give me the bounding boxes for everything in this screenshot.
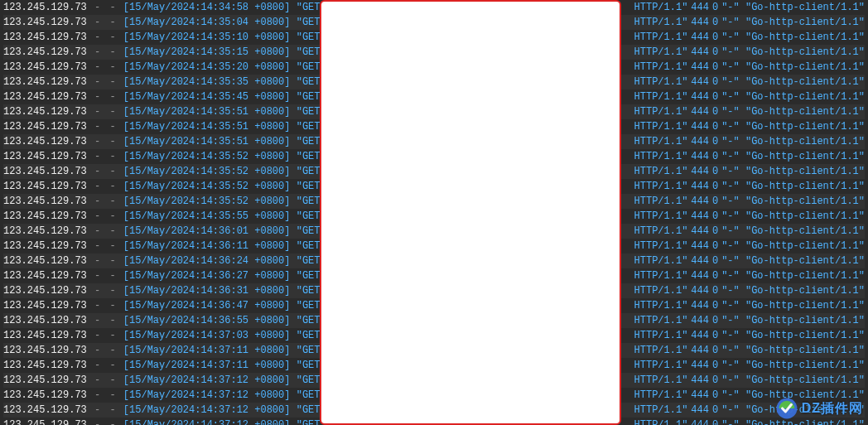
- user-agent: "Go-http-client/1.1": [745, 181, 865, 192]
- referer: "-": [721, 121, 740, 133]
- status-code: 444: [691, 419, 709, 425]
- status-code: 444: [691, 374, 709, 386]
- protocol: HTTP/1.1": [634, 91, 688, 103]
- user-agent: "Go-http-client/1.1": [745, 300, 865, 312]
- log-right: HTTP/1.1"4440"-" "Go-http-client/1.1": [634, 15, 865, 30]
- timestamp: [15/May/2024:14:34:58 +0800]: [123, 2, 291, 13]
- client-ip: 123.245.129.73: [3, 61, 87, 73]
- log-right: HTTP/1.1"4440"-" "Go-http-client/1.1": [634, 30, 865, 45]
- protocol: HTTP/1.1": [634, 106, 688, 118]
- referer: "-": [721, 46, 740, 58]
- user-agent: "Go-http-client/1.1": [745, 270, 865, 282]
- client-ip: 123.245.129.73: [3, 374, 87, 386]
- client-ip: 123.245.129.73: [3, 136, 87, 147]
- log-right: HTTP/1.1"4440"-" "Go-http-client/1.1": [634, 298, 865, 313]
- response-size: 0: [712, 196, 718, 207]
- referer: "-": [721, 210, 740, 222]
- timestamp: [15/May/2024:14:37:11 +0800]: [123, 345, 291, 356]
- response-size: 0: [712, 225, 718, 237]
- referer: "-": [721, 255, 740, 267]
- response-size: 0: [712, 210, 718, 222]
- log-right: HTTP/1.1"4440"-" "Go-http-client/1.1": [634, 313, 865, 328]
- user-agent: "Go-http-client/1.1": [745, 225, 865, 237]
- user-agent: "Go-http-client/1.1": [745, 121, 865, 133]
- client-ip: 123.245.129.73: [3, 419, 87, 425]
- referer: "-": [721, 151, 740, 162]
- response-size: 0: [712, 285, 718, 297]
- log-right: HTTP/1.1"4440"-" "Go-http-client/1.1": [634, 75, 865, 89]
- response-size: 0: [712, 270, 718, 282]
- user-agent: "Go-http-client/1.1": [745, 360, 865, 371]
- response-size: 0: [712, 151, 718, 162]
- user-agent: "Go-http-client/1.1": [745, 210, 865, 222]
- status-code: 444: [691, 225, 709, 237]
- response-size: 0: [712, 121, 718, 133]
- timestamp: [15/May/2024:14:37:03 +0800]: [123, 330, 291, 341]
- user-agent: "Go-http-client/1.1": [745, 136, 865, 147]
- client-ip: 123.245.129.73: [3, 210, 87, 222]
- client-ip: 123.245.129.73: [3, 91, 87, 103]
- status-code: 444: [691, 76, 709, 88]
- log-right: HTTP/1.1"4440"-" "Go-http-client/1.1": [634, 343, 865, 358]
- log-left: 123.245.129.73 - - [15/May/2024:14:35:04…: [3, 15, 350, 30]
- response-size: 0: [712, 136, 718, 147]
- protocol: HTTP/1.1": [634, 285, 688, 297]
- log-left: 123.245.129.73 - - [15/May/2024:14:36:27…: [3, 268, 350, 283]
- user-agent: "Go-http-client/1.1": [745, 106, 865, 118]
- status-code: 444: [691, 270, 709, 282]
- protocol: HTTP/1.1": [634, 136, 688, 147]
- log-right: HTTP/1.1"4440"-" "Go-http-client/1.1": [634, 328, 865, 343]
- log-left: 123.245.129.73 - - [15/May/2024:14:37:11…: [3, 343, 350, 358]
- status-code: 444: [691, 255, 709, 267]
- protocol: HTTP/1.1": [634, 151, 688, 162]
- status-code: 444: [691, 360, 709, 371]
- log-left: 123.245.129.73 - - [15/May/2024:14:35:55…: [3, 209, 350, 224]
- response-size: 0: [712, 61, 718, 73]
- status-code: 444: [691, 151, 709, 162]
- status-code: 444: [691, 136, 709, 147]
- user-agent: "Go-http-client/1.1": [745, 46, 865, 58]
- status-code: 444: [691, 2, 709, 13]
- status-code: 444: [691, 46, 709, 58]
- timestamp: [15/May/2024:14:35:04 +0800]: [123, 17, 291, 28]
- timestamp: [15/May/2024:14:37:12 +0800]: [123, 419, 291, 425]
- user-agent: "Go-http-client/1.1": [745, 330, 865, 341]
- log-left: 123.245.129.73 - - [15/May/2024:14:35:45…: [3, 89, 350, 104]
- protocol: HTTP/1.1": [634, 315, 688, 326]
- log-left: 123.245.129.73 - - [15/May/2024:14:35:52…: [3, 194, 350, 209]
- timestamp: [15/May/2024:14:37:12 +0800]: [123, 404, 291, 416]
- response-size: 0: [712, 91, 718, 103]
- user-agent: "Go-http-client/1.1": [745, 91, 865, 103]
- status-code: 444: [691, 285, 709, 297]
- user-agent: "Go-http-client/1.1": [745, 2, 865, 13]
- referer: "-": [721, 300, 740, 312]
- user-agent: "Go-http-client/1.1": [745, 31, 865, 43]
- referer: "-": [721, 181, 740, 192]
- response-size: 0: [712, 419, 718, 425]
- response-size: 0: [712, 315, 718, 326]
- log-left: 123.245.129.73 - - [15/May/2024:14:35:51…: [3, 134, 350, 149]
- log-left: 123.245.129.73 - - [15/May/2024:14:35:52…: [3, 179, 350, 194]
- client-ip: 123.245.129.73: [3, 76, 87, 88]
- log-left: 123.245.129.73 - - [15/May/2024:14:37:12…: [3, 388, 350, 403]
- response-size: 0: [712, 31, 718, 43]
- timestamp: [15/May/2024:14:35:52 +0800]: [123, 181, 291, 192]
- client-ip: 123.245.129.73: [3, 166, 87, 177]
- client-ip: 123.245.129.73: [3, 181, 87, 192]
- protocol: HTTP/1.1": [634, 270, 688, 282]
- response-size: 0: [712, 76, 718, 88]
- status-code: 444: [691, 389, 709, 401]
- log-left: 123.245.129.73 - - [15/May/2024:14:35:52…: [3, 149, 350, 164]
- log-left: 123.245.129.73 - - [15/May/2024:14:36:31…: [3, 283, 350, 298]
- user-agent: "Go-http-client/1.1": [745, 151, 865, 162]
- referer: "-": [721, 315, 740, 326]
- referer: "-": [721, 374, 740, 386]
- timestamp: [15/May/2024:14:37:11 +0800]: [123, 360, 291, 371]
- status-code: 444: [691, 300, 709, 312]
- protocol: HTTP/1.1": [634, 404, 688, 416]
- status-code: 444: [691, 196, 709, 207]
- user-agent: "Go-http-client/1.1": [745, 419, 865, 425]
- timestamp: [15/May/2024:14:36:47 +0800]: [123, 300, 291, 312]
- client-ip: 123.245.129.73: [3, 255, 87, 267]
- referer: "-": [721, 2, 740, 13]
